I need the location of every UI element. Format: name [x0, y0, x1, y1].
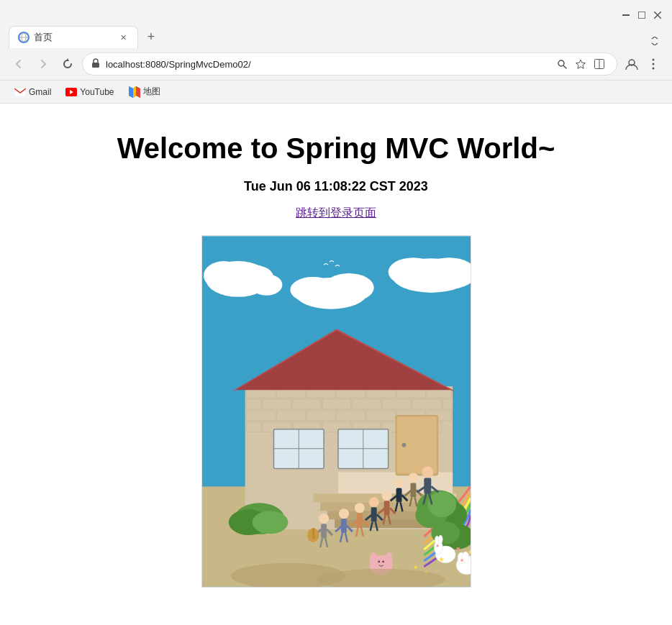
svg-point-166 — [386, 552, 391, 560]
svg-point-140 — [422, 467, 433, 478]
svg-point-128 — [394, 478, 404, 488]
tab-search-button[interactable] — [649, 35, 660, 47]
svg-text:★: ★ — [438, 555, 445, 563]
svg-point-171 — [462, 552, 469, 563]
profile-button[interactable] — [622, 54, 642, 74]
bookmark-maps-label: 地图 — [143, 86, 160, 98]
youtube-favicon-icon — [65, 88, 77, 96]
reload-button[interactable] — [58, 54, 78, 74]
bookmark-maps[interactable]: 地图 — [123, 83, 166, 100]
svg-rect-159 — [312, 528, 314, 539]
svg-point-116 — [368, 497, 378, 507]
svg-point-83 — [401, 443, 406, 447]
svg-point-134 — [408, 473, 418, 483]
page-date: Tue Jun 06 11:08:22 CST 2023 — [14, 179, 658, 194]
svg-point-87 — [427, 491, 456, 517]
svg-point-14 — [653, 59, 655, 61]
svg-rect-17 — [14, 88, 26, 96]
url-display: localhost:8080/SpringMvcDemo02/ — [106, 59, 548, 70]
svg-point-28 — [250, 274, 282, 296]
svg-point-122 — [381, 491, 391, 501]
svg-point-15 — [653, 63, 655, 65]
bookmark-gmail-label: Gmail — [29, 87, 51, 97]
svg-rect-1 — [638, 12, 645, 19]
bookmark-youtube-label: YouTube — [80, 87, 114, 97]
close-button[interactable] — [652, 9, 663, 21]
bookmark-star-button[interactable] — [572, 55, 589, 73]
menu-button[interactable] — [643, 54, 663, 74]
window-controls — [620, 9, 663, 21]
tab-favicon — [18, 32, 29, 43]
bookmark-gmail[interactable]: Gmail — [9, 84, 57, 100]
nav-bar: localhost:8080/SpringMvcDemo02/ — [0, 48, 672, 80]
page-heading: Welcome to Spring MVC World~ — [14, 132, 658, 165]
svg-rect-99 — [321, 524, 327, 538]
bookmark-youtube[interactable]: YouTube — [60, 85, 119, 99]
maps-favicon-icon — [129, 86, 140, 98]
svg-marker-22 — [129, 86, 133, 98]
svg-point-104 — [338, 508, 348, 519]
tab-close-button[interactable]: ✕ — [117, 32, 129, 43]
active-tab[interactable]: 首页 ✕ — [9, 26, 138, 48]
tab-bar: 首页 ✕ + — [0, 26, 672, 48]
nav-right-buttons — [622, 54, 663, 74]
svg-point-167 — [378, 560, 380, 562]
address-bar-actions — [553, 55, 608, 73]
page-content: Welcome to Spring MVC World~ Tue Jun 06 … — [0, 104, 672, 625]
search-icon-btn[interactable] — [553, 55, 571, 73]
svg-point-31 — [324, 273, 374, 302]
svg-text:★: ★ — [413, 564, 418, 570]
svg-marker-23 — [136, 86, 140, 98]
svg-point-172 — [460, 559, 463, 562]
svg-point-165 — [370, 552, 376, 560]
forward-button[interactable] — [33, 54, 53, 74]
svg-point-16 — [653, 68, 655, 70]
address-bar[interactable]: localhost:8080/SpringMvcDemo02/ — [82, 53, 617, 76]
tab-title: 首页 — [34, 31, 113, 44]
gmail-favicon-icon — [14, 86, 26, 98]
svg-point-110 — [354, 503, 364, 513]
svg-marker-10 — [576, 60, 586, 68]
svg-text:♥: ♥ — [456, 545, 460, 552]
svg-point-8 — [558, 60, 564, 66]
svg-point-92 — [252, 511, 288, 534]
svg-line-9 — [564, 66, 567, 69]
split-view-button[interactable] — [591, 55, 608, 73]
svg-rect-7 — [92, 63, 99, 68]
browser-chrome: 首页 ✕ + — [0, 0, 672, 104]
new-tab-button[interactable]: + — [141, 27, 161, 47]
maximize-button[interactable] — [636, 9, 648, 21]
svg-marker-21 — [133, 86, 136, 98]
lock-icon — [91, 58, 100, 70]
svg-point-168 — [382, 560, 384, 562]
minimize-button[interactable] — [620, 9, 632, 21]
svg-point-97 — [436, 545, 438, 547]
svg-rect-141 — [424, 478, 431, 494]
svg-point-96 — [438, 535, 442, 544]
title-bar — [0, 0, 672, 26]
svg-point-98 — [319, 514, 329, 524]
svg-rect-0 — [622, 14, 630, 16]
login-page-link[interactable]: 跳转到登录页面 — [296, 206, 376, 221]
back-button[interactable] — [9, 54, 29, 74]
illustration-container: ★ ★ ★ ★ ★ ★ ★ ♥ ♥ — [201, 235, 471, 588]
bookmarks-bar: Gmail YouTube 地图 — [0, 80, 672, 103]
